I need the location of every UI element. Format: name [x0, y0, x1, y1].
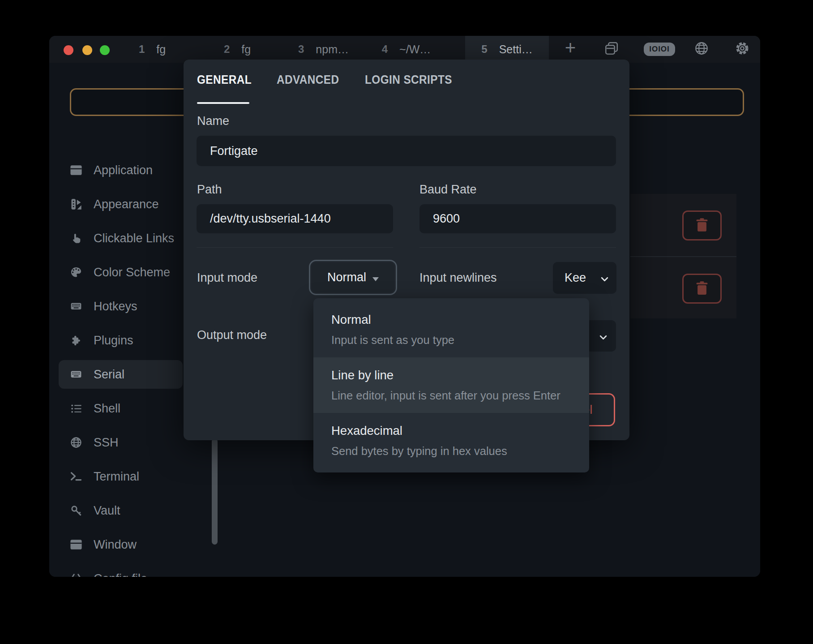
new-tab-button[interactable]: +: [557, 36, 584, 63]
tab-4[interactable]: 4 ~/W…: [365, 36, 448, 63]
sidebar-item-hotkeys[interactable]: Hotkeys: [59, 292, 183, 321]
divider: [419, 247, 616, 248]
baud-rate-label: Baud Rate: [419, 183, 477, 197]
sidebar-item-application[interactable]: Application: [59, 156, 183, 185]
globe-icon: [694, 41, 709, 58]
sidebar-item-label: Vault: [94, 504, 120, 518]
chevron-down-icon: [599, 329, 607, 343]
input-newlines-select[interactable]: Kee: [553, 262, 616, 294]
tab-2[interactable]: 2 fg: [197, 36, 278, 63]
tab-title: npm…: [316, 43, 349, 56]
serial-button[interactable]: IOIOI: [644, 36, 675, 63]
duplicate-tab-icon: [603, 40, 620, 58]
list-icon: [69, 402, 83, 415]
sidebar-item-clickable-links[interactable]: Clickable Links: [59, 224, 183, 253]
path-label: Path: [197, 183, 222, 197]
sidebar-item-vault[interactable]: Vault: [59, 496, 183, 525]
menu-item-description: Line editor, input is sent after you pre…: [331, 388, 571, 403]
menu-item-description: Input is sent as you type: [331, 332, 571, 348]
divider: [197, 247, 393, 248]
sidebar-item-color-scheme[interactable]: Color Scheme: [59, 258, 183, 287]
sidebar-scrollbar[interactable]: [212, 438, 218, 545]
active-tab-underline: [197, 102, 249, 104]
split-pane-button[interactable]: [598, 36, 625, 63]
palette-icon: [69, 266, 83, 279]
sidebar-item-label: Window: [94, 538, 137, 552]
input-mode-value: Normal: [327, 270, 366, 284]
delete-connection-button[interactable]: [682, 274, 722, 304]
sidebar-item-terminal[interactable]: Terminal: [59, 462, 183, 491]
sidebar-item-label: Plugins: [94, 334, 133, 348]
sidebar-item-appearance[interactable]: Appearance: [59, 190, 183, 219]
connection-row[interactable]: [630, 256, 736, 318]
sidebar-item-label: Shell: [94, 402, 120, 416]
dialog-tab-bar: GENERAL ADVANCED LOGIN SCRIPTS: [197, 73, 462, 87]
tab-number: 1: [139, 43, 145, 56]
tab-title: ~/W…: [399, 43, 431, 56]
menu-item-normal[interactable]: Normal Input is sent as you type: [313, 302, 589, 357]
trash-icon: [694, 280, 710, 298]
sidebar-item-plugins[interactable]: Plugins: [59, 326, 183, 355]
application-icon: [69, 164, 83, 176]
input-mode-menu: Normal Input is sent as you type Line by…: [313, 298, 589, 472]
menu-item-title: Normal: [331, 312, 571, 328]
sidebar-item-label: Config file: [94, 572, 147, 577]
tab-5-settings[interactable]: 5 Setti…: [465, 36, 549, 63]
tab-number: 2: [224, 43, 230, 56]
path-field[interactable]: /dev/tty.usbserial-1440: [197, 204, 393, 233]
minimize-traffic-light[interactable]: [82, 45, 92, 55]
sidebar-item-window[interactable]: Window: [59, 530, 183, 559]
code-icon: [69, 572, 83, 577]
menu-item-line-by-line[interactable]: Line by line Line editor, input is sent …: [313, 357, 589, 413]
sidebar-item-shell[interactable]: Shell: [59, 394, 183, 423]
web-button[interactable]: [688, 36, 715, 63]
sidebar-item-label: Application: [94, 163, 153, 177]
trash-icon: [694, 217, 710, 235]
tab-number: 3: [298, 43, 304, 56]
tab-advanced[interactable]: ADVANCED: [277, 73, 339, 87]
sidebar-item-label: SSH: [94, 436, 119, 450]
tab-1[interactable]: 1 fg: [112, 36, 193, 63]
tab-login-scripts[interactable]: LOGIN SCRIPTS: [365, 73, 452, 87]
tab-general[interactable]: GENERAL: [197, 73, 252, 87]
appearance-icon: [69, 198, 83, 210]
connection-list: [630, 194, 736, 318]
sidebar-item-ssh[interactable]: SSH: [59, 428, 183, 457]
name-label: Name: [197, 114, 229, 128]
sidebar-item-label: Clickable Links: [94, 232, 174, 245]
gear-icon: [734, 40, 750, 58]
keyboard-icon: [69, 368, 83, 381]
settings-button[interactable]: [729, 36, 756, 63]
app-window: 1 fg 2 fg 3 npm… 4 ~/W… 5 Setti… +: [49, 36, 760, 577]
sidebar-item-label: Terminal: [94, 470, 139, 484]
sidebar-item-label: Serial: [94, 368, 124, 382]
tab-title: fg: [241, 43, 251, 56]
hand-pointer-icon: [69, 232, 83, 245]
menu-item-description: Send bytes by typing in hex values: [331, 443, 571, 459]
sidebar-item-label: Appearance: [94, 197, 159, 211]
delete-connection-button[interactable]: [682, 210, 722, 240]
caret-down-icon: [372, 270, 379, 284]
menu-item-hexadecimal[interactable]: Hexadecimal Send bytes by typing in hex …: [313, 413, 589, 468]
serial-badge-icon: IOIOI: [644, 43, 675, 56]
keyboard-icon: [69, 300, 83, 313]
tab-3[interactable]: 3 npm…: [282, 36, 365, 63]
baud-rate-field[interactable]: 9600: [419, 204, 616, 233]
puzzle-icon: [69, 334, 83, 347]
zoom-traffic-light[interactable]: [100, 45, 110, 55]
tab-number: 5: [481, 43, 487, 56]
chevron-down-icon: [601, 271, 608, 285]
input-mode-label: Input mode: [197, 271, 257, 285]
plus-icon: +: [565, 39, 576, 57]
connection-row[interactable]: [630, 194, 736, 256]
name-field[interactable]: Fortigate: [197, 136, 616, 166]
sidebar-item-serial[interactable]: Serial: [59, 360, 183, 389]
tab-number: 4: [382, 43, 388, 56]
sidebar-item-label: Hotkeys: [94, 300, 137, 313]
screen: 1 fg 2 fg 3 npm… 4 ~/W… 5 Setti… +: [0, 0, 813, 644]
menu-item-title: Line by line: [331, 367, 571, 383]
input-mode-dropdown[interactable]: Normal: [309, 260, 397, 295]
close-traffic-light[interactable]: [64, 45, 73, 55]
sidebar-item-config-file[interactable]: Config file: [59, 564, 183, 577]
titlebar: 1 fg 2 fg 3 npm… 4 ~/W… 5 Setti… +: [49, 36, 760, 63]
